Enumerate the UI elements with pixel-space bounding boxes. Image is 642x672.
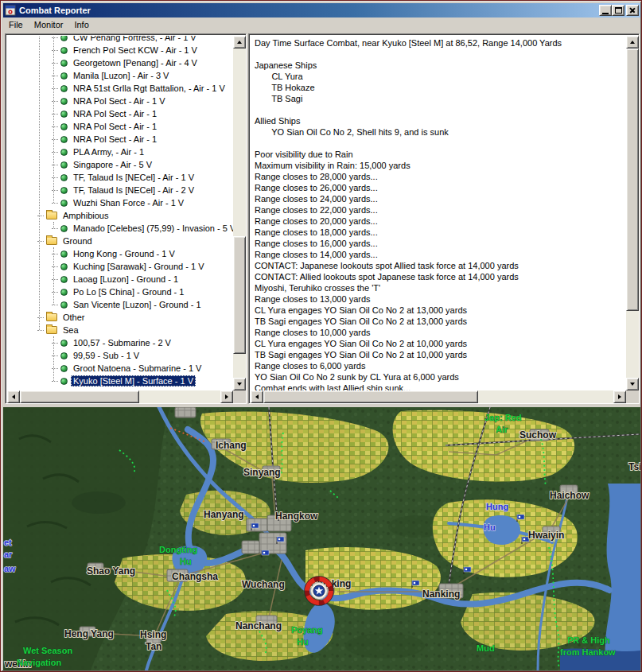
scrollbar-thumb[interactable] bbox=[233, 236, 246, 354]
tree-connector bbox=[52, 88, 58, 89]
unit-tree: CW Penang Fortress, - Air - 1 V French P… bbox=[7, 36, 233, 387]
tree-item[interactable]: NRA Pol Sect - Air - 1 V bbox=[7, 95, 233, 107]
report-line: Japanese Ships bbox=[255, 60, 626, 72]
scroll-right-button[interactable] bbox=[613, 390, 626, 403]
tree-connector bbox=[37, 241, 44, 242]
map-label: from Hankow bbox=[560, 647, 616, 657]
maximize-icon bbox=[615, 7, 622, 14]
tree-item-label: San Vicente [Luzon] - Ground - 1 bbox=[71, 299, 204, 310]
tree-item[interactable]: Manado [Celebes] (75,99) - Invasion - 5 … bbox=[7, 222, 233, 235]
map-label: Sinyang bbox=[243, 467, 281, 478]
tree-item-label: 99,59 - Sub - 1 V bbox=[71, 350, 142, 361]
menu-item[interactable]: File bbox=[3, 18, 29, 31]
combat-report-panel: Day Time Surface Combat, near Kyuko [Ste… bbox=[248, 33, 640, 404]
combat-report-text: Day Time Surface Combat, near Kyuko [Ste… bbox=[251, 36, 626, 390]
tree-item[interactable]: Georgetown [Penang] - Air - 4 V bbox=[7, 56, 233, 69]
tree-item-icon bbox=[60, 47, 68, 54]
report-horizontal-scrollbar[interactable] bbox=[251, 390, 626, 403]
scrollbar-thumb[interactable] bbox=[20, 390, 139, 403]
scroll-left-button[interactable] bbox=[7, 390, 20, 403]
scroll-up-button[interactable] bbox=[626, 36, 639, 49]
scrollbar-thumb[interactable] bbox=[626, 49, 639, 311]
report-line: Range closes to 6,000 yards bbox=[255, 361, 626, 372]
map-label: Hu bbox=[180, 557, 192, 566]
tree-connector bbox=[52, 279, 58, 280]
minimize-button[interactable] bbox=[599, 5, 612, 16]
maximize-button[interactable] bbox=[612, 5, 624, 16]
tree-item[interactable]: NRA Pol Sect - Air - 1 bbox=[7, 120, 233, 133]
report-line: CL Yura engages YO Sian Oil Co No 2 at 1… bbox=[255, 339, 626, 350]
scroll-left-button[interactable] bbox=[251, 390, 263, 403]
tree-item[interactable]: NRA 51st Grlla Rgt Battalion, - Air - 1 … bbox=[7, 82, 233, 95]
tree-item[interactable]: Groot Natoena - Submarine - 1 V bbox=[7, 362, 233, 375]
tree-connector bbox=[52, 343, 58, 344]
report-line: Poor visibility due to Rain bbox=[255, 150, 626, 161]
tree-item[interactable]: Kyuko [Steel M] - Surface - 1 V bbox=[7, 375, 233, 387]
tree-item[interactable]: 100,57 - Submarine - 2 V bbox=[7, 336, 233, 349]
tree-item-label: Amphibious bbox=[60, 210, 111, 221]
map-label: Haichow bbox=[550, 490, 589, 501]
tree-item[interactable]: PLA Army, - Air - 1 bbox=[7, 146, 233, 158]
tree-item-icon bbox=[46, 313, 57, 321]
strategic-map[interactable]: IchangSinyangHanyangHangkowWuchangChinki… bbox=[3, 407, 640, 670]
tree-item[interactable]: CW Penang Fortress, - Air - 1 V bbox=[7, 36, 233, 44]
combat-marker-icon bbox=[305, 577, 333, 605]
arrow-down-icon bbox=[630, 383, 635, 386]
map-label: Hu bbox=[297, 637, 309, 647]
tree-item[interactable]: Amphibious bbox=[7, 209, 233, 222]
tree-item[interactable]: French Pol Sect KCW - Air - 1 V bbox=[7, 44, 233, 56]
tree-item[interactable]: Laoag [Luzon] - Ground - 1 bbox=[7, 273, 233, 286]
map-label: Air bbox=[496, 425, 508, 434]
tree-item[interactable]: Singapore - Air - 5 V bbox=[7, 158, 233, 171]
tree-item[interactable]: NRA Pol Sect - Air - 1 bbox=[7, 107, 233, 120]
report-line: YO Sian Oil Co No 2, Shell hits 9, and i… bbox=[255, 127, 626, 138]
arrow-right-icon bbox=[225, 394, 228, 399]
menu-item[interactable]: Monitor bbox=[29, 18, 69, 31]
tree-connector bbox=[37, 330, 44, 331]
menu-item[interactable]: Info bbox=[68, 18, 94, 31]
tree-item[interactable]: 99,59 - Sub - 1 V bbox=[7, 349, 233, 362]
tree-connector bbox=[52, 76, 58, 76]
scroll-up-button[interactable] bbox=[233, 36, 246, 49]
tree-item[interactable]: Hong Kong - Ground - 1 V bbox=[7, 247, 233, 260]
tree-vertical-scrollbar[interactable] bbox=[233, 36, 246, 390]
tree-item-label: NRA Pol Sect - Air - 1 bbox=[71, 134, 159, 145]
close-icon bbox=[629, 7, 636, 14]
tree-horizontal-scrollbar[interactable] bbox=[7, 390, 233, 403]
tree-item[interactable]: Other bbox=[7, 311, 233, 324]
scrollbar-thumb[interactable] bbox=[263, 390, 478, 403]
tree-connector bbox=[37, 216, 44, 216]
tree-item-icon bbox=[46, 212, 57, 219]
tree-item[interactable]: NRA Pol Sect - Air - 1 bbox=[7, 133, 233, 146]
tree-item[interactable]: Manila [Luzon] - Air - 3 V bbox=[7, 69, 233, 82]
tree-item[interactable]: San Vicente [Luzon] - Ground - 1 bbox=[7, 298, 233, 311]
tree-item[interactable]: Wuzhi Shan Force - Air - 1 V bbox=[7, 196, 233, 209]
scrollbar-corner bbox=[626, 390, 639, 403]
close-button[interactable] bbox=[626, 5, 639, 16]
tree-item[interactable]: Sea bbox=[7, 324, 233, 336]
tree-item-icon bbox=[60, 111, 68, 118]
tree-item-icon bbox=[60, 251, 68, 258]
tree-item-icon bbox=[60, 60, 68, 67]
tree-item[interactable]: TF, Talaud Is [NECel] - Air - 2 V bbox=[7, 184, 233, 196]
title-bar[interactable]: Combat Reporter bbox=[3, 3, 640, 17]
scroll-right-button[interactable] bbox=[220, 390, 233, 403]
tree-connector bbox=[52, 228, 58, 229]
report-line: Combat ends with last Allied ship sunk..… bbox=[255, 383, 626, 390]
tree-item[interactable]: Ground bbox=[7, 235, 233, 247]
scroll-down-button[interactable] bbox=[233, 378, 246, 390]
map-canvas[interactable]: IchangSinyangHanyangHangkowWuchangChinki… bbox=[3, 407, 640, 670]
scroll-down-button[interactable] bbox=[626, 378, 639, 390]
tree-item-icon bbox=[60, 200, 68, 207]
map-label: Hwaiyin bbox=[528, 530, 564, 541]
report-vertical-scrollbar[interactable] bbox=[626, 36, 639, 390]
tree-connector bbox=[52, 114, 58, 115]
tree-item-icon bbox=[60, 263, 68, 270]
tree-item-icon bbox=[60, 289, 68, 296]
tree-item[interactable]: Po Lo [S China] - Ground - 1 bbox=[7, 286, 233, 298]
tree-item-icon bbox=[60, 365, 68, 372]
tree-item-icon bbox=[60, 301, 68, 309]
tree-connector bbox=[52, 165, 58, 165]
tree-item[interactable]: Kuching [Sarawak] - Ground - 1 V bbox=[7, 260, 233, 273]
tree-item[interactable]: TF, Talaud Is [NECel] - Air - 1 V bbox=[7, 171, 233, 184]
